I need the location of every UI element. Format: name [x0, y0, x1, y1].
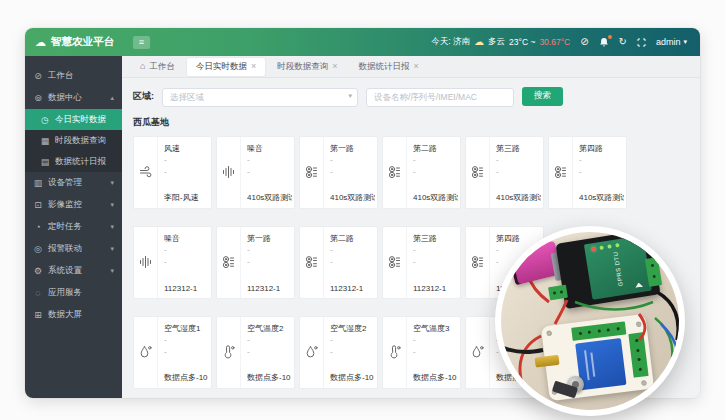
sidebar-item-data-screen[interactable]: ⊞ 数据大屏	[25, 304, 122, 326]
tab-label: 时段数据查询	[277, 61, 328, 73]
noise-icon	[217, 137, 241, 208]
region-label: 区域:	[133, 90, 154, 103]
tab-today-realtime-data[interactable]: 今日实时数据 ×	[187, 58, 265, 76]
tab-label: 今日实时数据	[196, 61, 247, 73]
sidebar-collapse-button[interactable]: ≡	[133, 36, 150, 49]
sensor-title: 第四路	[579, 143, 624, 154]
sensor-value: -	[164, 154, 209, 166]
report-icon: ▤	[40, 157, 50, 167]
noise-icon	[134, 227, 158, 298]
sensor-title: 空气温度2	[247, 323, 292, 334]
sidebar-item-workbench[interactable]: ⊘ 工作台	[25, 65, 122, 87]
device-name: 410s双路测试-1	[496, 192, 541, 203]
tab-bar: ⌂ 工作台 今日实时数据 × 时段数据查询 × 数据统计日报 ×	[122, 56, 700, 78]
sensor-card[interactable]: 噪音 - - 112312-1	[133, 226, 212, 299]
weather-temp-high: 30.67°C	[539, 37, 570, 47]
fullscreen-icon[interactable]	[637, 38, 646, 47]
sidebar-item-label: 数据中心	[48, 92, 82, 104]
sensor-card[interactable]: 第三路 - - 112312-1	[382, 226, 461, 299]
sidebar-menu: ⊘ 工作台 ⊚ 数据中心 ▴ ◷ 今日实时数据 ▦ 时段数据查询 ▤ 数据统计日…	[25, 56, 122, 398]
sidebar-item-label: 设备管理	[48, 177, 82, 189]
sensor-title: 第三路	[413, 233, 458, 244]
sidebar-item-video-monitoring[interactable]: ⊡ 影像监控 ▾	[25, 194, 122, 216]
weather-cloud-icon: ☁	[474, 37, 484, 47]
sensor-card[interactable]: 第二路 - - 112312-1	[299, 226, 378, 299]
close-icon[interactable]: ×	[332, 62, 337, 71]
sensor-value: -	[579, 166, 624, 178]
humidity-icon	[466, 317, 490, 388]
device-search[interactable]	[366, 86, 514, 107]
sensor-card[interactable]: 第三路 - - 410s双路测试-1	[465, 136, 544, 209]
sensor-value: -	[164, 334, 209, 346]
devices-icon: ▥	[33, 178, 43, 188]
expand-arrow-icon: ▾	[110, 179, 114, 187]
sensor-card[interactable]: 第四路 - - 410s双路测试-1	[548, 136, 627, 209]
header-right: 今天: 济南 ☁ 多云 23°C ~ 30.67°C ⊘ ↻ admin ▾	[431, 36, 700, 48]
relay-icon	[383, 137, 407, 208]
relay-icon	[300, 227, 324, 298]
filter-bar: 区域: ▾ 搜索	[133, 86, 700, 107]
sensor-value: -	[247, 256, 292, 268]
device-name: 410s双路测试-1	[579, 192, 624, 203]
tab-daily-data-report[interactable]: 数据统计日报 ×	[349, 58, 427, 76]
user-menu[interactable]: admin ▾	[656, 37, 687, 47]
sensor-card[interactable]: 空气温度2 - - 数据点多-10	[216, 316, 295, 389]
sensor-card[interactable]: 空气湿度2 - - 数据点多-10	[299, 316, 378, 389]
sensor-value: -	[496, 154, 541, 166]
sidebar-item-daily-data-report[interactable]: ▤ 数据统计日报	[25, 151, 122, 172]
sensor-value: -	[330, 154, 375, 166]
sidebar-item-alarm-linkage[interactable]: ◎ 报警联动 ▾	[25, 238, 122, 260]
sidebar-item-label: 数据统计日报	[55, 156, 106, 168]
region-select-input[interactable]	[162, 88, 358, 107]
sensor-title: 空气湿度1	[164, 323, 209, 334]
search-button[interactable]: 搜索	[522, 87, 563, 106]
sensor-card[interactable]: 噪音 - - 410s双路测试-1	[216, 136, 295, 209]
sensor-value: -	[413, 244, 458, 256]
weather-condition: 多云	[488, 36, 505, 48]
device-search-input[interactable]	[366, 88, 514, 107]
device-name: 数据点多-10	[330, 372, 375, 383]
sidebar-item-period-data-query[interactable]: ▦ 时段数据查询	[25, 130, 122, 151]
sidebar-item-device-management[interactable]: ▥ 设备管理 ▾	[25, 172, 122, 194]
timer-icon: ◔	[33, 222, 43, 232]
expand-arrow-icon: ▴	[110, 94, 114, 102]
sidebar-item-data-center[interactable]: ⊚ 数据中心 ▴	[25, 87, 122, 109]
sensor-card[interactable]: 第一路 - - 410s双路测试-1	[299, 136, 378, 209]
sidebar-item-system-settings[interactable]: ⚙ 系统设置 ▾	[25, 260, 122, 282]
sensor-card[interactable]: 空气温度3 - - 数据点多-10	[382, 316, 461, 389]
tab-period-data-query[interactable]: 时段数据查询 ×	[268, 58, 346, 76]
sensor-title: 噪音	[247, 143, 292, 154]
sensor-value: -	[330, 166, 375, 178]
camera-icon: ⊡	[33, 200, 43, 210]
sensor-value: -	[330, 244, 375, 256]
region-select[interactable]: ▾	[162, 86, 358, 107]
grid-icon: ▦	[40, 136, 50, 146]
sensor-card[interactable]: 第一路 - - 112312-1	[216, 226, 295, 299]
tab-workbench[interactable]: ⌂ 工作台	[131, 58, 184, 76]
compass-icon[interactable]: ⊘	[580, 37, 588, 47]
sidebar-item-label: 今日实时数据	[55, 114, 106, 126]
sensor-title: 第一路	[330, 143, 375, 154]
sidebar-item-app-services[interactable]: ◌ 应用服务	[25, 282, 122, 304]
sidebar-item-label: 应用服务	[48, 287, 82, 299]
user-name: admin	[656, 37, 681, 47]
bell-icon[interactable]	[599, 37, 609, 47]
device-name: 112312-1	[330, 284, 375, 293]
sidebar-item-label: 数据大屏	[48, 309, 82, 321]
sensor-value: -	[247, 346, 292, 358]
sensor-title: 第三路	[496, 143, 541, 154]
close-icon[interactable]: ×	[251, 62, 256, 71]
temperature-icon	[383, 317, 407, 388]
gear-icon: ⚙	[33, 266, 43, 276]
sensor-card[interactable]: 空气湿度1 - - 数据点多-10	[133, 316, 212, 389]
device-name: 数据点多-10	[164, 372, 209, 383]
close-icon[interactable]: ×	[413, 62, 418, 71]
sensor-value: -	[413, 166, 458, 178]
device-name: 410s双路测试-1	[413, 192, 458, 203]
sidebar-item-today-realtime-data[interactable]: ◷ 今日实时数据	[25, 109, 122, 130]
sensor-card[interactable]: 第二路 - - 410s双路测试-1	[382, 136, 461, 209]
refresh-icon[interactable]: ↻	[619, 37, 627, 47]
relay-icon	[383, 227, 407, 298]
sensor-card[interactable]: 风速 - - 李阳-风速	[133, 136, 212, 209]
sidebar-item-scheduled-tasks[interactable]: ◔ 定时任务 ▾	[25, 216, 122, 238]
